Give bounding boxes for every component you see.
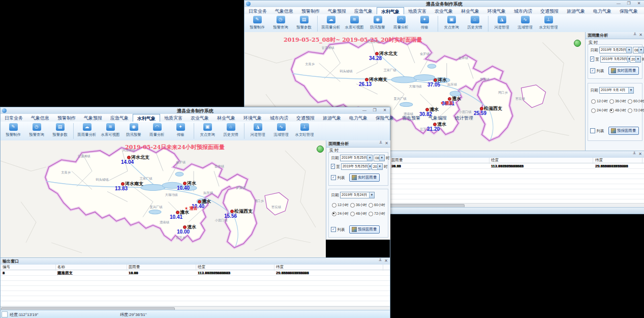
- menu-tab[interactable]: 环境气象: [239, 114, 266, 122]
- list-checkbox[interactable]: [590, 128, 595, 133]
- duration-radio[interactable]: 12小时: [591, 99, 609, 104]
- duration-radio[interactable]: 72小时: [628, 108, 644, 113]
- toolbar-button[interactable]: ⊥ 水文站管理: [537, 15, 560, 30]
- toolbar-button[interactable]: ◠ 雨量分析: [389, 15, 413, 30]
- from-hour-select[interactable]: 08▼: [374, 155, 385, 161]
- panel-close-icon[interactable]: ✕: [385, 141, 388, 146]
- pin-icon[interactable]: ╨: [379, 141, 382, 146]
- title-bar[interactable]: 澧县业务制作系统 — ❐ ✕: [1, 107, 390, 114]
- duration-radio[interactable]: 48小时: [350, 211, 369, 216]
- output-close-icon[interactable]: ✕: [638, 152, 642, 156]
- map-refresh-button[interactable]: [317, 146, 324, 153]
- menu-tab[interactable]: 农业气象: [187, 114, 213, 122]
- forecast-rainfall-button[interactable]: 预报面雨量: [349, 225, 380, 234]
- duration-radio[interactable]: 12小时: [332, 203, 350, 208]
- toolbar-button[interactable]: [73, 123, 74, 139]
- toolbar-button[interactable]: ◉ 防汛预警: [366, 15, 389, 30]
- menu-tab[interactable]: 日常业务: [244, 7, 271, 14]
- menu-tab[interactable]: 统计管理: [451, 114, 477, 122]
- to-date-select[interactable]: 2019年 5月25日▼: [600, 56, 629, 63]
- toolbar-button[interactable]: [317, 16, 318, 32]
- pin-icon[interactable]: ╨: [633, 33, 636, 37]
- menu-tab[interactable]: 水利气象: [377, 7, 404, 14]
- pin-icon[interactable]: ╨: [379, 258, 382, 263]
- list-checkbox[interactable]: ✓: [331, 227, 336, 232]
- duration-radio[interactable]: 48小时: [609, 108, 628, 113]
- maximize-button[interactable]: ❐: [371, 108, 378, 112]
- toolbar-button[interactable]: ⌂ 历史灾情: [463, 15, 486, 30]
- menu-tab[interactable]: 保险气象: [616, 7, 642, 14]
- menu-tab[interactable]: 交通预报: [536, 7, 563, 14]
- rainfall-map[interactable]: 甘溪滩镇太青乡火连坡镇码头铺镇王家厂镇金罗镇盐井镇大堰垱镇梦溪镇复兴厂镇闸口乡官…: [1, 140, 326, 257]
- duration-radio[interactable]: 24小时: [591, 108, 609, 113]
- menu-tab[interactable]: 应急气象: [106, 114, 133, 122]
- minimize-button[interactable]: —: [361, 108, 368, 112]
- toolbar-button[interactable]: ≋ 水库可视图: [343, 15, 366, 30]
- list-checkbox[interactable]: ✓: [590, 68, 595, 73]
- toolbar-button[interactable]: ✦ 传输: [413, 15, 436, 30]
- from-date-select[interactable]: 2019年 5月25日▼: [340, 155, 373, 161]
- menu-tab[interactable]: 交通预报: [292, 114, 319, 122]
- toolbar-button[interactable]: ▤ 预警参数: [292, 15, 316, 30]
- duration-radio[interactable]: 24小时: [332, 211, 350, 216]
- duration-radio[interactable]: 72小时: [369, 211, 387, 216]
- duration-radio[interactable]: 36小时: [609, 99, 628, 104]
- menu-tab[interactable]: 农业气象: [431, 7, 457, 14]
- toolbar-button[interactable]: ☁ 面雨量分析: [319, 15, 343, 30]
- title-bar[interactable]: 澧县业务制作系统 — ❐ ✕: [244, 1, 644, 8]
- toolbar-button[interactable]: ▣ 灾点查询: [196, 123, 219, 137]
- toolbar-button[interactable]: ▤ 预警参数: [48, 123, 72, 137]
- menu-tab[interactable]: 电力气象: [589, 7, 616, 14]
- table-row[interactable]: 编号 名称 面雨量 经度 纬度: [1, 265, 390, 270]
- toolbar-button[interactable]: ◠ 雨量分析: [145, 123, 169, 137]
- realtime-rainfall-button[interactable]: 实时面雨量: [608, 67, 639, 75]
- toolbar-button[interactable]: ◮ 河道管理: [490, 15, 513, 30]
- menu-tab[interactable]: 地质灾害: [160, 114, 187, 122]
- from-date-select[interactable]: 2019年 5月25日▼: [599, 47, 632, 53]
- menu-tab[interactable]: 环境气象: [483, 7, 510, 14]
- menu-tab[interactable]: 预警制作: [53, 114, 80, 122]
- menu-tab[interactable]: 气象预报: [80, 114, 106, 122]
- toolbar-button[interactable]: [438, 16, 438, 32]
- toolbar-button[interactable]: ≋ 水库可视图: [99, 123, 122, 137]
- toolbar-button[interactable]: ◉ 防汛预警: [122, 123, 145, 137]
- menu-tab[interactable]: 日常业务: [1, 114, 27, 122]
- toolbar-button[interactable]: ✎ 预警制作: [246, 15, 269, 30]
- menu-tab[interactable]: 旅游气象: [319, 114, 345, 122]
- panel-close-icon[interactable]: ✕: [639, 33, 642, 37]
- toolbar-button[interactable]: [194, 123, 194, 139]
- toolbar-button[interactable]: ✎ 预警制作: [2, 123, 25, 137]
- toolbar-button[interactable]: ⊥ 水文站管理: [293, 123, 316, 137]
- map-refresh-button[interactable]: [574, 40, 581, 47]
- forecast-date-select[interactable]: 2019年 9月 4日▼: [599, 87, 634, 94]
- resize-grip-icon[interactable]: [2, 311, 8, 317]
- menu-tab[interactable]: 气象预报: [324, 7, 350, 14]
- output-close-icon[interactable]: ✕: [384, 258, 388, 263]
- toolbar-button[interactable]: ∿ 流域管理: [269, 123, 293, 137]
- table-row[interactable]: 6 澧水 10.00 113.600575050435 29.656615395…: [1, 271, 390, 276]
- menu-tab[interactable]: 林业气象: [457, 7, 483, 14]
- toolbar-button[interactable]: ◷ 预警查询: [25, 123, 48, 137]
- close-button[interactable]: ✕: [635, 1, 642, 6]
- menu-tab[interactable]: 城市内涝: [510, 7, 536, 14]
- menu-tab[interactable]: 气象信息: [271, 7, 297, 14]
- menu-tab[interactable]: 预警制作: [297, 7, 324, 14]
- forecast-date-select[interactable]: 2019年 5月24日▼: [340, 192, 375, 198]
- toolbar-button[interactable]: ✦ 传输: [169, 123, 192, 137]
- list-checkbox[interactable]: ✓: [331, 175, 336, 180]
- toolbar-button[interactable]: ∿ 流域管理: [513, 15, 537, 30]
- minimize-button[interactable]: —: [615, 1, 622, 6]
- to-checkbox[interactable]: ✓: [590, 56, 594, 62]
- menu-tab[interactable]: 应急气象: [350, 7, 377, 14]
- toolbar-button[interactable]: ☁ 面雨量分析: [75, 123, 99, 137]
- maximize-button[interactable]: ❐: [625, 1, 632, 6]
- menu-tab[interactable]: 气象信息: [27, 114, 53, 122]
- from-hour-select[interactable]: 08▼: [633, 47, 644, 53]
- toolbar-button[interactable]: ▣ 灾点查询: [440, 15, 463, 30]
- pin-icon[interactable]: ╨: [633, 152, 636, 156]
- to-hour-select[interactable]: 20▼: [372, 163, 383, 170]
- menu-tab[interactable]: 水利气象: [133, 114, 160, 122]
- toolbar-button[interactable]: [488, 16, 488, 32]
- forecast-rainfall-button[interactable]: 预报面雨量: [608, 127, 639, 135]
- toolbar-button[interactable]: ◮ 河道管理: [246, 123, 269, 137]
